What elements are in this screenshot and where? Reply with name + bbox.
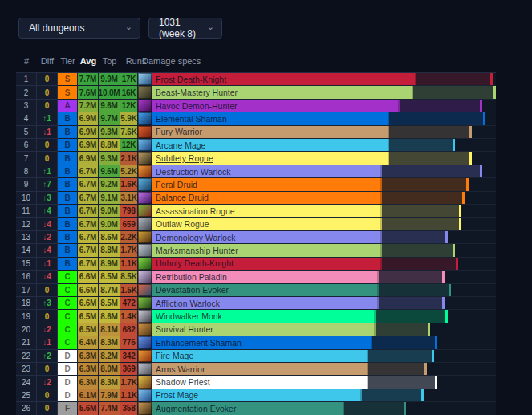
spec-name-link[interactable]: Unholy Death-Knight: [156, 258, 234, 268]
spec-name-link[interactable]: Enhancement Shaman: [156, 338, 242, 348]
avg-damage-bar[interactable]: Unholy Death-Knight: [152, 258, 382, 270]
rank-cell: 19: [16, 310, 37, 323]
spec-icon[interactable]: [138, 363, 152, 375]
avg-damage-bar[interactable]: Balance Druid: [152, 192, 382, 204]
avg-damage-bar[interactable]: Windwalker Monk: [152, 310, 376, 322]
avg-cell: 6.3M: [78, 350, 99, 363]
spec-name-link[interactable]: Arcane Mage: [156, 140, 205, 150]
spec-name-link[interactable]: Demonology Warlock: [156, 233, 235, 242]
spec-icon[interactable]: [138, 126, 152, 138]
spec-name-link[interactable]: Destruction Warlock: [156, 167, 231, 177]
spec-icon[interactable]: [138, 139, 152, 151]
spec-name-link[interactable]: Fire Mage: [156, 351, 193, 360]
spec-name-link[interactable]: Balance Druid: [156, 193, 209, 202]
spec-icon[interactable]: [138, 271, 152, 283]
avg-damage-bar[interactable]: Havoc Demon-Hunter: [152, 100, 400, 112]
table-row: 18↑3C6.6M8.5M472Affliction Warlock: [16, 297, 496, 310]
top-cell: 10.0M: [99, 86, 120, 99]
spec-name-link[interactable]: Devastation Evoker: [156, 285, 229, 295]
spec-icon[interactable]: [138, 350, 152, 362]
spec-icon[interactable]: [138, 402, 152, 414]
spec-bar-area: Marksmanship Hunter: [152, 244, 496, 257]
avg-damage-bar[interactable]: Augmentation Evoker: [152, 402, 344, 414]
spec-icon[interactable]: [138, 218, 152, 230]
spec-icon[interactable]: [138, 231, 152, 243]
avg-damage-bar[interactable]: Fire Mage: [152, 350, 368, 362]
tier-badge: B: [58, 192, 78, 205]
column-header-top[interactable]: Top: [99, 56, 120, 66]
avg-damage-bar[interactable]: Subtlety Rogue: [152, 152, 389, 164]
spec-name-link[interactable]: Marksmanship Hunter: [156, 246, 238, 255]
tier-badge: D: [58, 376, 78, 389]
avg-damage-bar[interactable]: Frost Mage: [152, 389, 362, 401]
spec-icon[interactable]: [138, 336, 152, 348]
avg-damage-bar[interactable]: Assassination Rogue: [152, 205, 382, 217]
tier-badge: B: [58, 112, 78, 125]
spec-name-link[interactable]: Frost Death-Knight: [156, 75, 226, 84]
spec-icon[interactable]: [138, 376, 152, 388]
spec-icon[interactable]: [138, 297, 152, 309]
spec-icon[interactable]: [138, 73, 152, 85]
spec-name-link[interactable]: Elemental Shaman: [156, 114, 227, 124]
avg-damage-bar[interactable]: Outlaw Rogue: [152, 218, 382, 230]
period-select[interactable]: 1031 (week 8) ⌄: [148, 18, 222, 39]
column-header-damage-specs[interactable]: Damage specs: [138, 56, 482, 66]
spec-icon[interactable]: [138, 244, 152, 256]
avg-damage-bar[interactable]: Arms Warrior: [152, 363, 368, 375]
avg-damage-bar[interactable]: Retribution Paladin: [152, 271, 379, 283]
spec-name-link[interactable]: Augmentation Evoker: [156, 404, 236, 413]
spec-name-link[interactable]: Frost Mage: [156, 390, 198, 400]
spec-icon[interactable]: [138, 389, 152, 401]
spec-name-link[interactable]: Survival Hunter: [156, 324, 213, 334]
column-header-avg[interactable]: Avg: [78, 56, 99, 66]
column-header-tier[interactable]: Tier: [58, 56, 78, 66]
spec-name-link[interactable]: Windwalker Monk: [156, 311, 222, 321]
avg-damage-bar[interactable]: Arcane Mage: [152, 139, 389, 151]
spec-icon[interactable]: [138, 205, 152, 217]
column-header-diff[interactable]: Diff: [37, 56, 58, 66]
avg-damage-bar[interactable]: Frost Death-Knight: [152, 73, 416, 85]
spec-name-link[interactable]: Havoc Demon-Hunter: [156, 101, 238, 111]
spec-name-link[interactable]: Subtlety Rogue: [156, 153, 213, 163]
spec-icon[interactable]: [138, 323, 152, 336]
diff-cell: 0: [37, 284, 58, 297]
spec-name-link[interactable]: Fury Warrior: [156, 127, 202, 136]
spec-name-link[interactable]: Retribution Paladin: [156, 272, 227, 282]
avg-damage-bar[interactable]: Fury Warrior: [152, 126, 389, 138]
top-cell: 9.0M: [99, 218, 120, 230]
spec-icon[interactable]: [138, 86, 152, 98]
spec-icon[interactable]: [138, 100, 152, 112]
top-value-cap: [483, 112, 485, 124]
spec-name-link[interactable]: Outlaw Rogue: [156, 219, 209, 229]
spec-name-link[interactable]: Assassination Rogue: [156, 206, 235, 216]
avg-damage-bar[interactable]: Destruction Warlock: [152, 165, 382, 177]
column-header-#[interactable]: #: [16, 56, 37, 66]
avg-damage-bar[interactable]: Devastation Evoker: [152, 284, 379, 296]
spec-name-link[interactable]: Beast-Mastery Hunter: [156, 87, 238, 97]
spec-icon[interactable]: [138, 284, 152, 296]
spec-name-link[interactable]: Feral Druid: [156, 180, 197, 189]
avg-damage-bar[interactable]: Elemental Shaman: [152, 112, 389, 124]
spec-icon[interactable]: [138, 152, 152, 164]
avg-damage-bar[interactable]: Survival Hunter: [152, 323, 376, 336]
spec-name-link[interactable]: Affliction Warlock: [156, 299, 220, 308]
dungeon-select[interactable]: All dungeons ⌄: [18, 18, 140, 39]
avg-damage-bar[interactable]: Affliction Warlock: [152, 297, 379, 309]
avg-damage-bar[interactable]: Shadow Priest: [152, 376, 368, 388]
avg-damage-bar[interactable]: Demonology Warlock: [152, 231, 382, 243]
spec-icon[interactable]: [138, 112, 152, 124]
avg-damage-bar[interactable]: Enhancement Shaman: [152, 336, 372, 348]
avg-damage-bar[interactable]: Feral Druid: [152, 178, 382, 190]
avg-damage-bar[interactable]: Beast-Mastery Hunter: [152, 86, 413, 98]
spec-icon[interactable]: [138, 165, 152, 177]
runs-cell: 472: [120, 297, 138, 310]
tier-badge: F: [58, 402, 78, 415]
spec-icon[interactable]: [138, 310, 152, 322]
spec-icon[interactable]: [138, 258, 152, 270]
spec-name-link[interactable]: Shadow Priest: [156, 377, 210, 387]
spec-name-link[interactable]: Arms Warrior: [156, 364, 205, 374]
top-cell: 7.4M: [99, 402, 120, 415]
spec-icon[interactable]: [138, 192, 152, 204]
avg-damage-bar[interactable]: Marksmanship Hunter: [152, 244, 382, 256]
spec-icon[interactable]: [138, 178, 152, 190]
